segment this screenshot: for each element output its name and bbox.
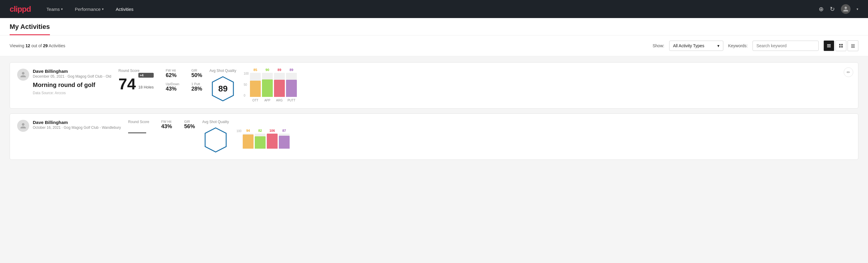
svg-rect-4: [841, 44, 843, 46]
user-name: Dave Billingham: [33, 120, 121, 125]
logo[interactable]: clippd: [10, 4, 31, 14]
activity-card: ✏ Dave Billingham December 05, 2021 · Go…: [10, 62, 858, 109]
y-axis: 100 50 0: [244, 72, 249, 102]
shot-quality: Avg Shot Quality 89 100 50 0: [209, 68, 297, 102]
round-score-label: Round Score: [119, 68, 154, 73]
bar-putt: 87: [279, 129, 290, 149]
bar-arg: 106: [267, 129, 278, 149]
list-detail-view-button[interactable]: [847, 40, 858, 51]
bar-arg: 89 ARG: [274, 68, 285, 102]
edit-button[interactable]: ✏: [844, 67, 853, 77]
activity-user-info: Dave Billingham October 16, 2021 · Gog M…: [17, 120, 121, 132]
add-icon[interactable]: ⊕: [819, 6, 824, 12]
user-date: October 16, 2021 · Gog Magog Golf Club -…: [33, 125, 121, 130]
list-compact-view-button[interactable]: [824, 40, 834, 51]
nav-teams[interactable]: Teams ▾: [45, 4, 64, 14]
keywords-label: Keywords:: [728, 43, 748, 48]
updown-value: 43%: [166, 86, 179, 92]
performance-chevron-icon: ▾: [102, 7, 104, 11]
gir-label: GIR: [184, 120, 195, 123]
round-score-label: Round Score: [128, 120, 149, 124]
svg-rect-7: [851, 44, 855, 45]
bar-chart: 100 50 0 85 OTT 90: [244, 69, 297, 102]
svg-rect-2: [827, 47, 831, 47]
nav-performance[interactable]: Performance ▾: [74, 4, 105, 14]
avatar: [17, 68, 29, 81]
avatar-chevron-icon[interactable]: ▾: [857, 7, 858, 11]
nav-activities[interactable]: Activities: [115, 4, 135, 14]
grid-view-button[interactable]: [836, 40, 846, 51]
filter-bar: Viewing 12 out of 29 Activities Show: Al…: [0, 35, 868, 56]
svg-rect-1: [827, 46, 831, 46]
refresh-icon[interactable]: ↻: [830, 6, 835, 12]
svg-rect-0: [827, 44, 831, 45]
user-name: Dave Billingham: [33, 68, 111, 74]
svg-rect-8: [851, 46, 855, 46]
dropdown-chevron-icon: ▾: [717, 43, 719, 48]
one-putt-label: 1 Putt: [191, 82, 202, 86]
bar-putt: 89 PUTT: [286, 68, 297, 102]
activity-type-dropdown[interactable]: All Activity Types ▾: [669, 40, 723, 51]
gir-label: GIR: [191, 68, 202, 72]
shot-quality: Avg Shot Quality 100 94: [202, 120, 290, 153]
gir-value: 56%: [184, 123, 195, 130]
hexagon: [202, 126, 229, 153]
svg-marker-12: [205, 128, 226, 152]
shot-quality-label: Avg Shot Quality: [209, 68, 237, 73]
score-number: 74: [119, 76, 136, 92]
bar-ott: 94: [243, 129, 253, 149]
shot-quality-label: Avg Shot Quality: [202, 120, 229, 124]
nav-icons: ⊕ ↻ ▾: [819, 4, 858, 14]
bar-app: 82: [255, 129, 266, 149]
avatar: [17, 120, 29, 132]
search-input[interactable]: [752, 40, 819, 51]
updown-label: Up/Down: [166, 82, 179, 86]
bar-chart: 100 94 82 106: [237, 124, 290, 149]
gir-value: 50%: [191, 72, 202, 79]
teams-chevron-icon: ▾: [61, 7, 63, 11]
fw-hit-label: FW Hit: [166, 68, 179, 72]
bar-app: 90 APP: [262, 68, 273, 102]
score-holes: 18 Holes: [138, 85, 154, 89]
one-putt-value: 28%: [191, 86, 202, 92]
data-source: Data Source: Arccos: [33, 91, 111, 95]
fw-hit-value: 62%: [166, 72, 179, 79]
fw-hit-value: 43%: [161, 123, 172, 130]
shot-quality-value: 89: [218, 84, 228, 94]
user-date: December 05, 2021 · Gog Magog Golf Club …: [33, 74, 111, 79]
svg-rect-6: [841, 46, 843, 48]
page-title: My Activities: [10, 23, 50, 35]
show-label: Show:: [653, 43, 664, 48]
svg-rect-9: [851, 46, 855, 47]
activity-title: Morning round of golf: [33, 82, 111, 88]
svg-rect-5: [839, 46, 841, 48]
fw-hit-label: FW Hit: [161, 120, 172, 123]
svg-rect-10: [851, 47, 855, 48]
activity-stats: Round Score 74 +4 18 Holes FW Hit 62% Up…: [119, 68, 202, 92]
viewing-count: Viewing 12 out of 29 Activities: [10, 43, 648, 48]
activity-stats: Round Score FW Hit 43% GIR 56%: [128, 120, 195, 133]
activities-list: ✏ Dave Billingham December 05, 2021 · Go…: [0, 56, 868, 166]
view-toggle: [824, 40, 858, 51]
hexagon: 89: [209, 75, 237, 102]
activity-card: Dave Billingham October 16, 2021 · Gog M…: [10, 113, 858, 160]
navbar: clippd Teams ▾ Performance ▾ Activities …: [0, 0, 868, 18]
score-badge: +4: [138, 73, 154, 78]
svg-rect-3: [839, 44, 841, 46]
avatar[interactable]: [841, 4, 850, 14]
page-header: My Activities: [0, 18, 868, 35]
activity-user-info: Dave Billingham December 05, 2021 · Gog …: [17, 68, 111, 95]
bar-ott: 85 OTT: [250, 68, 261, 102]
